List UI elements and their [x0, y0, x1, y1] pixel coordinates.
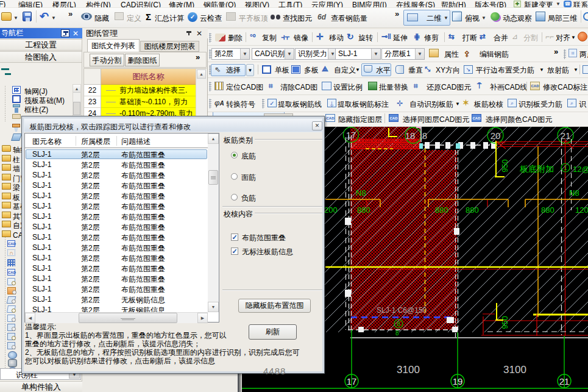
svg-text:880: 880 — [435, 205, 448, 215]
svg-text:3100: 3100 — [503, 364, 526, 376]
svg-text:8: 8 — [397, 321, 400, 327]
svg-text:12@: 12@ — [573, 165, 588, 174]
svg-text:19: 19 — [453, 376, 463, 387]
svg-text:18: 18 — [405, 130, 416, 141]
svg-text:SLJ-1 C6@150: SLJ-1 C6@150 — [377, 306, 427, 315]
svg-text:21: 21 — [559, 376, 570, 387]
svg-text:120: 120 — [575, 205, 588, 215]
svg-text:8: 8 — [395, 330, 399, 337]
svg-text:N8: N8 — [569, 188, 579, 198]
svg-text:3100: 3100 — [397, 364, 420, 376]
svg-text:880: 880 — [541, 205, 554, 215]
svg-text:8: 8 — [422, 130, 427, 141]
svg-text:880: 880 — [466, 205, 479, 215]
svg-text:1: 1 — [564, 165, 567, 171]
svg-text:950: 950 — [500, 316, 509, 329]
svg-text:17: 17 — [347, 376, 357, 387]
svg-text:N8: N8 — [356, 188, 366, 198]
svg-text:板底附加: 板底附加 — [520, 164, 554, 174]
svg-text:200: 200 — [324, 205, 338, 215]
svg-text:880: 880 — [357, 205, 370, 215]
svg-text:950: 950 — [500, 159, 509, 173]
svg-text:20: 20 — [491, 130, 501, 141]
